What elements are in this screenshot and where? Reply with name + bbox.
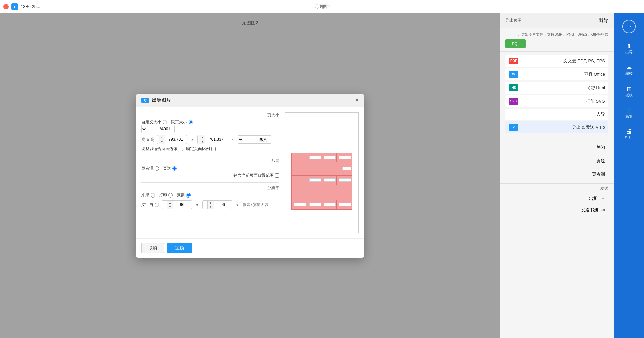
page-title: 元图图2 (314, 4, 330, 10)
sidebar-print-label: 打印 (625, 135, 633, 140)
send-book-item[interactable]: ⇥ 发送书册 (505, 204, 608, 216)
size-input-row: 像素 x ▲ ▼ x (141, 135, 279, 144)
adjust-option[interactable]: 调整以适合页面边缘 (141, 146, 183, 152)
auto-dpi-label: 义宝自 (141, 202, 153, 208)
background-option[interactable]: 包含当前页面背景范围 (141, 173, 279, 178)
visio-label: 导出 & 发送 Visio (572, 124, 605, 130)
custom-dpi-radio[interactable] (151, 193, 155, 198)
width-stepper: ▲ ▼ (159, 135, 165, 144)
cancel-button[interactable]: 取消 (141, 243, 164, 253)
custom-dpi-value-option[interactable]: 义宝自 (141, 202, 159, 208)
height-down-button[interactable]: ▼ (199, 139, 205, 144)
standard-dpi-label: 藏豪 (177, 192, 185, 198)
export-subtitle: 导出位图 (505, 18, 522, 23)
export-item-svg[interactable]: 打印 SVG SVG (505, 95, 608, 107)
width-down-button[interactable]: ▼ (159, 139, 165, 144)
action-page-label: 页送 (596, 158, 605, 164)
export-item-pdf[interactable]: 文文云 PDF, PS, EPS PDF (505, 55, 608, 67)
batch-export-label: 出担 (589, 195, 598, 202)
modal-settings: 页大小 限页大小 自定义大小 (141, 112, 279, 233)
lock-ratio-label: 锁定页面比例 (186, 146, 210, 152)
dpi-height-down[interactable]: ▼ (208, 205, 214, 209)
width-input[interactable] (165, 136, 187, 143)
page-content-option[interactable]: 页者泪 (141, 166, 159, 171)
export-item-html[interactable]: 民贷 Html H5 (505, 82, 608, 94)
custom-size-radio[interactable] (163, 120, 167, 124)
main-content: 元图图2 × 出导图片 C (0, 13, 500, 338)
limit-page-size-option[interactable]: 限页大小 (171, 119, 193, 125)
dpi-height-up[interactable]: ▲ (208, 201, 214, 205)
dpi-input-row: 像素 \ 宽度 & 高 x ▲ ▼ x (141, 200, 279, 209)
export-item-visio[interactable]: 导出 & 发送 Visio V (505, 121, 608, 133)
export-panel-header: 出导 导出位图 (500, 13, 614, 28)
action-close[interactable]: 关闭 (505, 142, 608, 153)
export-item-office[interactable]: 容容 Office W (505, 68, 608, 80)
dpi-width-input[interactable] (173, 201, 192, 208)
print-dpi-option[interactable]: 打印 (159, 192, 173, 198)
modal-overlay: × 出导图片 C (0, 13, 500, 338)
height-input[interactable] (205, 136, 227, 143)
action-page-content[interactable]: 页者泪 (505, 169, 608, 180)
divider-1 (141, 156, 279, 156)
svg-label: 打印 SVG (586, 98, 605, 104)
export-item-person[interactable]: 人导 (505, 109, 608, 120)
unit-select[interactable]: 像素 (238, 135, 271, 144)
size-dropdown[interactable]: %001 (141, 125, 175, 133)
dpi-radio-group: 藏豪 打印 来果 (141, 192, 279, 198)
confirm-button[interactable]: 宝确 (167, 243, 192, 253)
action-page[interactable]: 页送 (505, 155, 608, 167)
adjust-checkbox[interactable] (179, 147, 183, 151)
page-range-option[interactable]: 页送 (163, 166, 177, 171)
export-desc-text: 导出图片文件，支持BMP、PNG、JPEG、GIF等格式。 (518, 32, 608, 37)
page-size-label: 页大小 (141, 112, 279, 118)
export-items-section: 文文云 PDF, PS, EPS PDF 容容 Office W 民贷 Html… (500, 52, 614, 138)
batch-export-item[interactable]: － 出担 (505, 193, 608, 204)
standard-dpi-option[interactable]: 藏豪 (177, 192, 191, 198)
sidebar-item-cloud[interactable]: ☁ 藏楼 (617, 60, 641, 80)
auto-dpi-radio[interactable] (155, 203, 159, 207)
dpi-height-stepper: ▲ ▼ (207, 201, 214, 209)
width-up-button[interactable]: ▲ (159, 135, 165, 139)
action-page-content-label: 页者泪 (592, 171, 605, 177)
sidebar-item-print[interactable]: 🖨 打印 (617, 124, 641, 144)
export-format-badge: DQL (512, 42, 520, 46)
height-up-button[interactable]: ▲ (199, 135, 205, 139)
visio-badge: V (509, 124, 518, 131)
lock-ratio-option[interactable]: 锁定页面比例 (186, 146, 216, 152)
dpi-width-up[interactable]: ▲ (167, 201, 173, 205)
main-layout: 元图图2 × 出导图片 C (0, 13, 644, 338)
export-format-button[interactable]: DQL (505, 39, 526, 48)
background-checkbox[interactable] (275, 173, 279, 178)
page-range-radio[interactable] (172, 166, 177, 171)
custom-dpi-option[interactable]: 来果 (141, 192, 155, 198)
export-panel-title: 出导 (598, 17, 608, 24)
minus-icon: － (600, 195, 605, 202)
print-dpi-radio[interactable] (168, 193, 173, 198)
sidebar-arrow-button[interactable]: → (617, 17, 641, 37)
custom-dpi-label: 来果 (141, 192, 149, 198)
sidebar-item-export[interactable]: ⬆ 出导 (617, 38, 641, 58)
sidebar-item-citizen[interactable]: 👤 民贷 (617, 103, 641, 123)
modal-title-badge: C (141, 98, 149, 103)
height-stepper: ▲ ▼ (199, 135, 205, 144)
page-content-radio[interactable] (155, 166, 159, 171)
custom-size-option[interactable]: 自定义大小 (141, 119, 167, 125)
close-window-button[interactable] (3, 4, 9, 9)
sidebar-item-template[interactable]: ⊞ 板模 (617, 81, 641, 101)
limit-page-size-radio[interactable] (189, 120, 193, 124)
dpi-width-down[interactable]: ▼ (167, 205, 173, 209)
range-radio-group: 页送 页者泪 (141, 166, 279, 171)
standard-dpi-radio[interactable] (186, 193, 191, 198)
pdf-badge: PDF (509, 58, 518, 64)
height-input-group: ▲ ▼ (197, 135, 227, 144)
cloud-icon: ☁ (626, 64, 632, 71)
app-title: 1386 25... (21, 4, 40, 9)
dpi-x-separator: x (195, 202, 200, 207)
range-section: 范围 页送 页者泪 (141, 159, 279, 178)
pdf-label: 文文云 PDF, PS, EPS (563, 58, 605, 64)
width-input-group: ▲ ▼ (157, 135, 187, 144)
page-size-section: 页大小 限页大小 自定义大小 (141, 112, 279, 152)
modal-close-button[interactable]: × (356, 97, 359, 103)
lock-ratio-checkbox[interactable] (211, 147, 216, 151)
dpi-height-input[interactable] (214, 201, 232, 208)
